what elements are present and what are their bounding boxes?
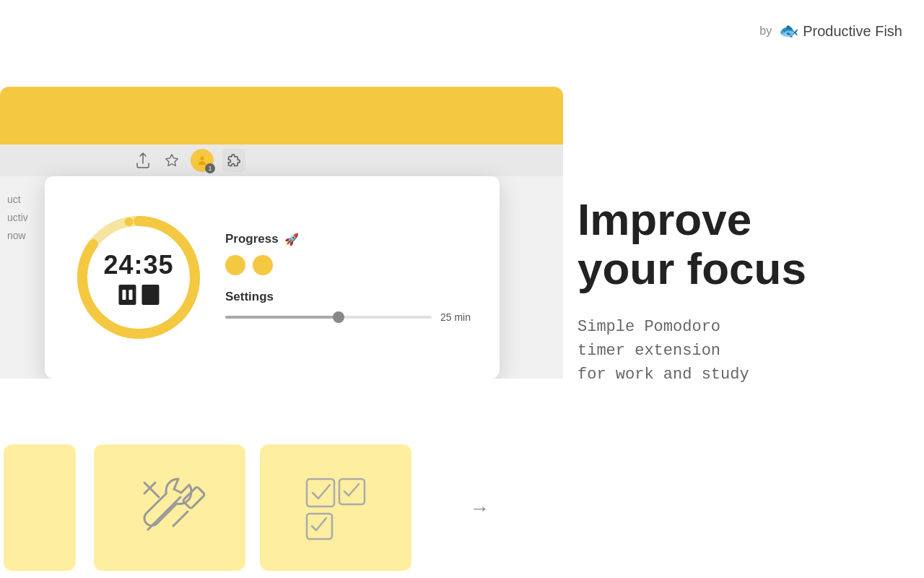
brand-header: by 🐟 Productive Fish	[759, 22, 902, 40]
slider-row: 25 min	[225, 311, 471, 323]
tools-icon	[126, 465, 213, 551]
share-icon[interactable]	[133, 150, 153, 171]
left-text-line2: uctiv	[7, 209, 43, 227]
timer-inner: 24:35	[103, 250, 173, 305]
brand-name: Productive Fish	[803, 23, 902, 40]
bookmark-star-icon[interactable]	[162, 150, 182, 171]
svg-rect-6	[183, 486, 205, 509]
slider-value-label: 25 min	[440, 311, 471, 323]
stop-button[interactable]	[141, 285, 159, 305]
timer-controls	[103, 285, 173, 305]
checklist-icon	[292, 465, 379, 551]
browser-tab-bar: 1	[0, 144, 563, 176]
popup-panel: 24:35 Progress 🚀	[45, 176, 500, 379]
slider-track[interactable]	[225, 316, 432, 319]
rocket-icon: 🚀	[284, 233, 299, 246]
timer-circle-container: 24:35	[74, 212, 204, 342]
hero-headline-line1: Improve	[578, 195, 881, 244]
browser-mockup: 1 uct uctiv now	[0, 87, 563, 379]
hero-subtitle-line2: timer extension	[578, 339, 881, 363]
bottom-cards: →	[0, 437, 563, 578]
tomato-dot-1	[225, 255, 245, 275]
timer-display: 24:35	[103, 250, 173, 280]
progress-section: Progress 🚀	[225, 232, 471, 275]
hero-headline-line2: your focus	[578, 244, 881, 293]
extension-avatar[interactable]: 1	[191, 149, 214, 172]
hero-subtitle-line1: Simple Pomodoro	[578, 315, 881, 339]
hero-subtitle: Simple Pomodoro timer extension for work…	[578, 315, 881, 387]
puzzle-icon[interactable]	[222, 149, 245, 172]
progress-header: Progress 🚀	[225, 232, 471, 246]
browser-top-bar	[0, 87, 563, 144]
left-text-line1: uct	[7, 191, 43, 209]
progress-title: Progress	[225, 232, 279, 246]
hero-text: Improve your focus Simple Pomodoro timer…	[578, 195, 881, 387]
hero-subtitle-line3: for work and study	[578, 363, 881, 387]
browser-content: uct uctiv now 24:35	[0, 176, 563, 379]
left-text-line3: now	[7, 227, 43, 245]
tomato-dot-2	[253, 255, 273, 275]
card-tools	[94, 444, 245, 571]
left-partial-content: uct uctiv now	[0, 176, 51, 379]
tomato-dots	[225, 255, 471, 275]
slider-fill	[225, 316, 339, 319]
extension-badge: 1	[205, 163, 215, 173]
settings-section: Settings 25 min	[225, 290, 471, 323]
next-arrow-icon[interactable]: →	[469, 497, 489, 519]
fish-icon: 🐟	[779, 22, 798, 40]
svg-point-1	[200, 157, 204, 160]
brand-by-label: by	[759, 25, 772, 38]
slider-thumb[interactable]	[333, 311, 344, 323]
pause-button[interactable]	[118, 285, 136, 305]
hero-headline: Improve your focus	[578, 195, 881, 293]
popup-right: Progress 🚀 Settings	[225, 232, 471, 323]
card-checklist	[260, 444, 411, 571]
svg-rect-7	[307, 479, 334, 506]
arrow-container: →	[469, 497, 489, 520]
settings-title: Settings	[225, 290, 471, 304]
card-small-left	[4, 444, 76, 571]
